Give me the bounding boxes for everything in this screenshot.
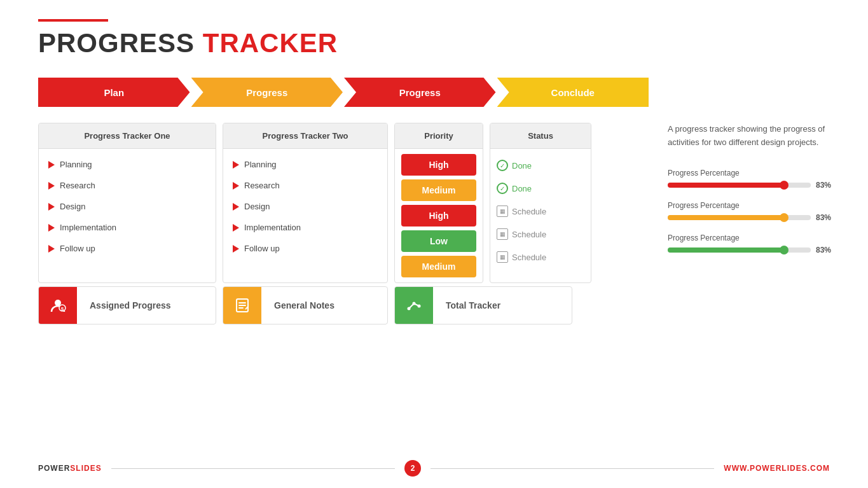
main-content: Progress Tracker One Planning Research <box>38 123 836 324</box>
status-item-schedule3: ▦ Schedule <box>497 246 584 268</box>
progress-label-1: Progress Percentage <box>668 169 836 178</box>
calendar-icon: ▦ <box>497 251 508 263</box>
progress-pct-1: 83% <box>816 181 836 190</box>
progress-track-1 <box>668 183 811 188</box>
description-text: A progress tracker showing the progress … <box>668 123 836 150</box>
progress-dot-3 <box>780 246 789 254</box>
calendar-icon: ▦ <box>497 206 508 217</box>
progress-label-3: Progress Percentage <box>668 234 836 242</box>
tracker-two-body: Planning Research Design Implementa <box>223 149 387 264</box>
progress-dot-2 <box>780 213 789 222</box>
arrow-steps: Plan Progress Progress Conclude <box>38 78 649 107</box>
priority-badge-high2: High <box>401 205 476 227</box>
bullet-icon <box>233 182 239 190</box>
priority-box: Priority High Medium High Low Medium <box>394 123 483 283</box>
check-icon: ✓ <box>497 160 508 171</box>
bottom-row: $ Assigned Progress General Notes <box>38 286 652 324</box>
list-item: Research <box>48 175 206 196</box>
step-progress1: Progress <box>191 78 343 107</box>
step-plan: Plan <box>38 78 190 107</box>
bullet-icon <box>48 161 55 169</box>
progress-fill-2 <box>668 215 787 220</box>
page: PROGRESS TRACKER Plan Progress Progress … <box>0 0 868 488</box>
bullet-icon <box>233 203 239 211</box>
bullet-icon <box>48 182 55 190</box>
status-header: Status <box>490 123 591 149</box>
status-item-schedule1: ▦ Schedule <box>497 200 584 223</box>
check-icon: ✓ <box>497 183 508 194</box>
tracker-one-body: Planning Research Design Implementa <box>39 149 216 264</box>
status-body: ✓ Done ✓ Done ▦ Schedule ▦ <box>490 149 591 274</box>
bullet-icon <box>233 161 239 169</box>
bullet-icon <box>48 224 55 232</box>
status-box: Status ✓ Done ✓ Done ▦ Schedule <box>490 123 591 283</box>
brand-name: POWERSLIDES <box>38 464 102 473</box>
bullet-icon <box>48 245 55 253</box>
progress-row-2: 83% <box>668 213 836 222</box>
progress-row-1: 83% <box>668 181 836 190</box>
priority-badge-medium2: Medium <box>401 256 476 277</box>
footer: POWERSLIDES 2 WWW.POWERLIDES.COM <box>0 460 868 477</box>
general-notes-icon <box>223 286 261 324</box>
status-item-schedule2: ▦ Schedule <box>497 223 584 246</box>
progress-track-2 <box>668 215 811 220</box>
progress-pct-2: 83% <box>816 213 836 222</box>
header-line <box>38 19 108 22</box>
tracker-two-header: Progress Tracker Two <box>223 123 387 149</box>
list-item: Implementation <box>233 217 378 238</box>
columns-area: Progress Tracker One Planning Research <box>38 123 652 283</box>
list-item: Research <box>233 175 378 196</box>
total-tracker-card: Total Tracker <box>394 286 572 324</box>
progress-fill-3 <box>668 247 787 253</box>
tracker-one-box: Progress Tracker One Planning Research <box>38 123 216 283</box>
page-number: 2 <box>404 460 421 477</box>
left-section: Progress Tracker One Planning Research <box>38 123 652 324</box>
list-item: Implementation <box>48 217 206 238</box>
priority-body: High Medium High Low Medium <box>395 149 483 282</box>
total-tracker-label: Total Tracker <box>433 300 513 310</box>
list-item: Planning <box>48 154 206 175</box>
priority-badge-low: Low <box>401 230 476 252</box>
list-item: Design <box>48 196 206 217</box>
general-notes-card: General Notes <box>223 286 388 324</box>
status-item-done2: ✓ Done <box>497 177 584 200</box>
priority-header: Priority <box>395 123 483 149</box>
bullet-icon <box>233 224 239 232</box>
page-title: PROGRESS TRACKER <box>38 28 836 59</box>
progress-dot-1 <box>780 181 789 190</box>
tracker-one-header: Progress Tracker One <box>39 123 216 149</box>
right-section: A progress tracker showing the progress … <box>652 123 836 324</box>
progress-pct-3: 83% <box>816 246 836 254</box>
status-item-done1: ✓ Done <box>497 154 584 177</box>
priority-badge-high1: High <box>401 154 476 176</box>
footer-website: WWW.POWERLIDES.COM <box>724 464 830 473</box>
progress-row-3: 83% <box>668 246 836 254</box>
tracker-two-box: Progress Tracker Two Planning Research <box>223 123 388 283</box>
step-progress2: Progress <box>344 78 496 107</box>
list-item: Design <box>233 196 378 217</box>
list-item: Follow up <box>48 238 206 259</box>
svg-text:$: $ <box>61 306 64 312</box>
title-red: TRACKER <box>203 28 338 58</box>
footer-line-left <box>111 468 395 469</box>
general-notes-label: General Notes <box>261 300 347 310</box>
assigned-progress-icon: $ <box>39 286 77 324</box>
bullet-icon <box>48 203 55 211</box>
calendar-icon: ▦ <box>497 228 508 240</box>
list-item: Planning <box>233 154 378 175</box>
title-black: PROGRESS <box>38 28 195 58</box>
assigned-progress-label: Assigned Progress <box>77 300 184 310</box>
progress-fill-1 <box>668 183 787 188</box>
list-item: Follow up <box>233 238 378 259</box>
step-conclude: Conclude <box>497 78 649 107</box>
priority-badge-medium1: Medium <box>401 179 476 201</box>
progress-track-3 <box>668 247 811 253</box>
bullet-icon <box>233 245 239 253</box>
assigned-progress-card: $ Assigned Progress <box>38 286 216 324</box>
total-tracker-icon <box>395 286 433 324</box>
progress-label-2: Progress Percentage <box>668 201 836 210</box>
footer-line-right <box>431 468 714 469</box>
